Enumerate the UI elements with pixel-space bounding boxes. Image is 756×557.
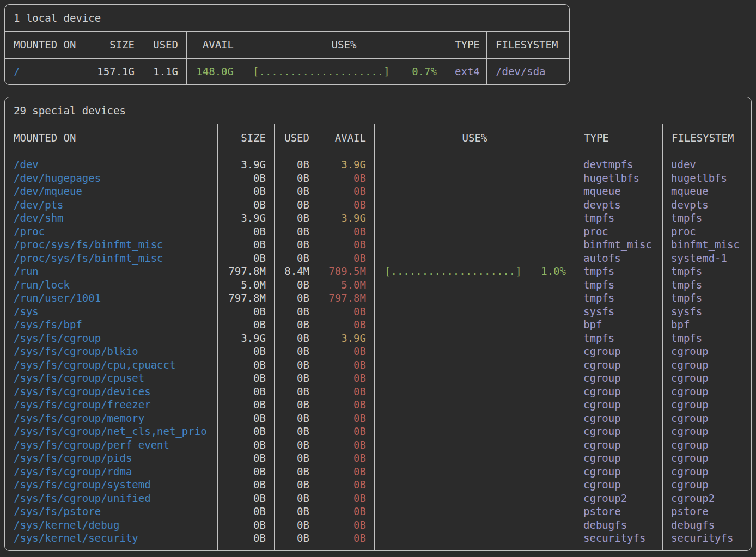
mount-point: /sys/fs/cgroup xyxy=(5,332,217,345)
size-value: 0B xyxy=(217,505,274,518)
fs-type: sysfs xyxy=(575,305,662,319)
use-percent-cell: [....................] 0.7% xyxy=(242,59,446,84)
size-value: 0B xyxy=(217,185,274,198)
filesystem-name: proc xyxy=(662,225,751,238)
column-divider xyxy=(662,152,663,550)
used-value: 0B xyxy=(274,518,318,532)
table-row: /run 797.8M 8.4M 789.5M [...............… xyxy=(5,265,751,278)
table-row: /sys/fs/cgroup/perf_event 0B 0B 0B cgrou… xyxy=(5,438,751,452)
column-divider xyxy=(217,152,218,550)
mount-point: /dev/pts xyxy=(5,198,217,212)
terminal-screen[interactable]: { "colors": { "bg": "#2b2b2b", "fg": "#d… xyxy=(0,0,756,557)
use-percent-cell xyxy=(374,371,575,385)
col-header-used: USED xyxy=(274,124,318,152)
used-value: 0B xyxy=(274,252,318,265)
fs-type: binfmt_misc xyxy=(575,238,662,252)
used-value: 0B xyxy=(274,478,318,492)
mount-point: /dev/hugepages xyxy=(5,172,217,185)
special-devices-title: 29 special devices xyxy=(5,97,751,124)
mount-point: /run/lock xyxy=(5,278,217,292)
column-divider xyxy=(274,152,275,550)
used-value: 0B xyxy=(274,318,318,332)
size-value: 3.9G xyxy=(217,332,274,345)
mount-point: /sys/fs/cgroup/unified xyxy=(5,492,217,505)
size-value: 0B xyxy=(217,492,274,505)
local-header-row: MOUNTED ON SIZE USED AVAIL USE% TYPE FIL… xyxy=(5,32,569,59)
fs-type: cgroup xyxy=(575,451,662,465)
size-value: 0B xyxy=(217,225,274,238)
avail-value: 0B xyxy=(318,252,374,265)
col-header-type: TYPE xyxy=(446,32,486,58)
used-value: 0B xyxy=(274,278,318,292)
size-value: 0B xyxy=(217,531,274,545)
table-row: /sys/fs/bpf 0B 0B 0B bpf bpf xyxy=(5,318,751,332)
mount-point: /sys/fs/cgroup/rdma xyxy=(5,465,217,479)
filesystem-name: cgroup xyxy=(662,371,751,385)
local-devices-table: 1 local device MOUNTED ON SIZE USED AVAI… xyxy=(4,4,570,85)
mount-point: /sys xyxy=(5,305,217,319)
use-percent-cell xyxy=(374,531,575,545)
size-value: 0B xyxy=(217,305,274,319)
used-value: 0B xyxy=(274,425,318,438)
avail-value: 0B xyxy=(318,305,374,319)
use-percent-cell xyxy=(374,211,575,225)
mount-point: /sys/fs/bpf xyxy=(5,318,217,332)
use-percent-cell xyxy=(374,278,575,292)
avail-value: 0B xyxy=(318,185,374,198)
filesystem-name: cgroup xyxy=(662,438,751,452)
size-value: 0B xyxy=(217,398,274,412)
use-percent-cell xyxy=(374,252,575,265)
mount-point: /proc/sys/fs/binfmt_misc xyxy=(5,252,217,265)
avail-value: 5.0M xyxy=(318,278,374,292)
used-value: 0B xyxy=(274,332,318,345)
col-header-size: SIZE xyxy=(217,124,274,152)
filesystem-name: debugfs xyxy=(662,518,751,532)
used-value: 0B xyxy=(274,412,318,425)
use-percent-cell xyxy=(374,225,575,238)
avail-value: 0B xyxy=(318,238,374,252)
size-value: 0B xyxy=(217,198,274,212)
avail-value: 3.9G xyxy=(318,211,374,225)
table-row: /sys/fs/cgroup/unified 0B 0B 0B cgroup2 … xyxy=(5,492,751,505)
avail-value: 797.8M xyxy=(318,291,374,305)
avail-value: 3.9G xyxy=(318,332,374,345)
col-header-avail: AVAIL xyxy=(186,32,242,58)
col-header-used: USED xyxy=(143,32,186,58)
use-percent-cell xyxy=(374,505,575,518)
table-row: /proc/sys/fs/binfmt_misc 0B 0B 0B autofs… xyxy=(5,252,751,265)
filesystem-name: binfmt_misc xyxy=(662,238,751,252)
filesystem-name: bpf xyxy=(662,318,751,332)
table-row: /sys/fs/cgroup/cpu,cpuacct 0B 0B 0B cgro… xyxy=(5,358,751,372)
use-percent-cell xyxy=(374,198,575,212)
fs-type: autofs xyxy=(575,252,662,265)
mount-point: /run/user/1001 xyxy=(5,291,217,305)
filesystem-name: cgroup xyxy=(662,465,751,479)
usage-bar: [....................] xyxy=(253,59,390,84)
table-row: /sys/fs/cgroup/net_cls,net_prio 0B 0B 0B… xyxy=(5,425,751,438)
avail-value: 0B xyxy=(318,398,374,412)
size-value: 0B xyxy=(217,252,274,265)
filesystem-name: cgroup xyxy=(662,412,751,425)
column-divider xyxy=(318,152,318,550)
mount-point: /proc xyxy=(5,225,217,238)
used-value: 8.4M xyxy=(274,265,318,278)
filesystem-name: pstore xyxy=(662,505,751,518)
fs-type: cgroup xyxy=(575,345,662,358)
used-value: 0B xyxy=(274,438,318,452)
table-row: /sys/fs/cgroup/rdma 0B 0B 0B cgroup cgro… xyxy=(5,465,751,479)
mount-point: /sys/fs/cgroup/net_cls,net_prio xyxy=(5,425,217,438)
used-value: 0B xyxy=(274,211,318,225)
size-value: 0B xyxy=(217,318,274,332)
use-percent-cell xyxy=(374,425,575,438)
avail-value: 0B xyxy=(318,358,374,372)
fs-type: cgroup xyxy=(575,412,662,425)
table-row: /dev/pts 0B 0B 0B devpts devpts xyxy=(5,198,751,212)
used-value: 0B xyxy=(274,385,318,399)
table-row: /sys 0B 0B 0B sysfs sysfs xyxy=(5,305,751,319)
fs-type: tmpfs xyxy=(575,278,662,292)
size-value: 797.8M xyxy=(217,265,274,278)
usage-bar: [....................] xyxy=(385,265,522,278)
col-header-filesystem: FILESYSTEM xyxy=(486,32,569,58)
avail-value: 0B xyxy=(318,198,374,212)
fs-type: cgroup xyxy=(575,465,662,479)
